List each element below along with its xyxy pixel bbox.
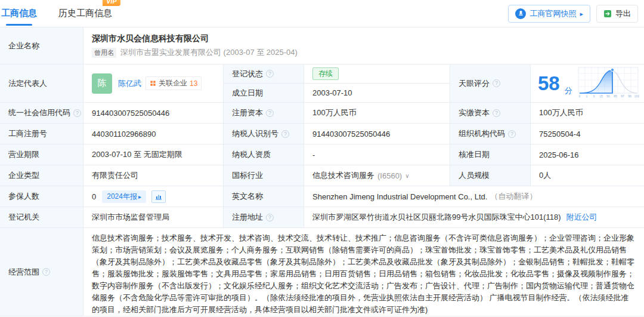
score-distribution-chart: 0 1 3 15 50 85 97 99 100 bbox=[577, 66, 639, 100]
related-companies-icon bbox=[150, 80, 156, 87]
scope-text: 信息技术咨询服务；技术服务、技术开发、技术咨询、技术交流、技术转让、技术推广；信… bbox=[83, 228, 644, 316]
legal-rep-cell: 陈 陈亿武 关联企业 13 bbox=[83, 64, 224, 103]
related-companies-badge[interactable]: 关联企业 13 bbox=[145, 76, 202, 90]
avatar[interactable]: 陈 bbox=[92, 73, 112, 94]
annual-report-label: 2024年报 bbox=[107, 192, 137, 202]
export-icon bbox=[603, 10, 612, 18]
scope-label: 经营范围 bbox=[8, 267, 39, 278]
help-icon[interactable] bbox=[73, 109, 81, 117]
paid-capital-label-cell: 实缴资本 bbox=[450, 103, 531, 124]
approve-date-label: 核准日期 bbox=[450, 144, 531, 165]
establish-date-label: 成立日期 bbox=[224, 84, 304, 103]
chevron-right-icon bbox=[580, 9, 583, 18]
company-name: 深圳市水贝会信息科技有限公司 bbox=[92, 33, 209, 44]
company-type-label: 企业类型 bbox=[0, 165, 83, 186]
establish-date-value: 2003-07-10 bbox=[304, 84, 450, 103]
taxpayer-no-value: 914403007525050446 bbox=[304, 124, 450, 144]
insured-trend-button[interactable] bbox=[151, 190, 166, 203]
svg-text:0: 0 bbox=[578, 94, 580, 98]
score-unit: 分 bbox=[565, 85, 572, 96]
svg-text:99: 99 bbox=[628, 94, 631, 98]
svg-text:1: 1 bbox=[586, 94, 587, 98]
taxpayer-quality-label: 纳税人资质 bbox=[224, 144, 304, 165]
score-label: 天眼评分 bbox=[459, 78, 490, 89]
reg-status-label-cell: 登记状态 bbox=[224, 64, 304, 84]
vip-badge: VIP bbox=[103, 0, 120, 6]
reg-capital-value: 100万人民币 bbox=[304, 103, 450, 124]
report-chart-icon bbox=[155, 193, 162, 200]
taxpayer-no-label: 纳税人识别号 bbox=[232, 128, 278, 139]
paid-capital-label: 实缴资本 bbox=[459, 107, 490, 118]
toolbar: 工商官网快照 导出 bbox=[508, 5, 638, 23]
reg-no-label: 工商注册号 bbox=[0, 124, 83, 144]
credit-code-value: 914403007525050446 bbox=[83, 103, 224, 124]
scope-label-cell: 经营范围 bbox=[0, 228, 83, 316]
auto-translate-note: （自动翻译） bbox=[490, 191, 537, 202]
english-name-cell: Shenzhen Jimeng Industrial Development C… bbox=[304, 186, 644, 207]
address-label: 注册地址 bbox=[232, 212, 263, 223]
insured-count-value: 0 bbox=[92, 192, 96, 201]
reg-capital-label-cell: 注册资本 bbox=[224, 103, 304, 124]
company-name-cell: 深圳市水贝会信息科技有限公司 曾用名 深圳市吉盟实业发展有限公司 (2003-0… bbox=[83, 27, 644, 64]
company-name-label: 企业名称 bbox=[0, 27, 83, 64]
chevron-down-icon[interactable] bbox=[405, 173, 409, 179]
industry-code: (I6560) bbox=[377, 171, 402, 180]
svg-text:15: 15 bbox=[599, 94, 603, 98]
help-icon[interactable] bbox=[266, 214, 274, 221]
former-name-line: 曾用名 深圳市吉盟实业发展有限公司 (2003-07 至 2025-04) bbox=[92, 47, 298, 58]
address-label-cell: 注册地址 bbox=[224, 207, 304, 228]
taxpayer-no-label-cell: 纳税人识别号 bbox=[224, 124, 304, 144]
reg-authority-value: 深圳市市场监督管理局 bbox=[83, 207, 224, 228]
reg-authority-label: 登记机关 bbox=[0, 207, 83, 228]
legal-rep-label: 法定代表人 bbox=[0, 64, 83, 103]
nearby-companies-link[interactable]: 附近公司 bbox=[566, 212, 597, 223]
annual-report-badge[interactable]: 2024年报 bbox=[102, 190, 146, 203]
related-companies-label: 关联企业 bbox=[159, 78, 187, 88]
help-icon[interactable] bbox=[266, 70, 274, 78]
business-info-table: 企业名称 深圳市水贝会信息科技有限公司 曾用名 深圳市吉盟实业发展有限公司 (2… bbox=[0, 27, 644, 316]
paid-capital-value: 100万人民币 bbox=[531, 103, 644, 124]
credit-code-label-cell: 统一社会信用代码 bbox=[0, 103, 83, 124]
org-code-label: 组织机构代码 bbox=[459, 128, 505, 139]
tab-bar: 工商信息 历史工商信息 VIP 工商官网快照 导出 bbox=[0, 0, 644, 27]
org-code-label-cell: 组织机构代码 bbox=[450, 124, 531, 144]
staff-size-label: 人员规模 bbox=[450, 165, 531, 186]
tab-business-info[interactable]: 工商信息 bbox=[1, 5, 37, 21]
former-name-badge: 曾用名 bbox=[92, 48, 116, 58]
related-companies-count: 13 bbox=[190, 79, 197, 88]
reg-no-value: 440301102966890 bbox=[83, 124, 224, 144]
biz-term-value: 2003-07-10 至 无固定期限 bbox=[83, 144, 224, 165]
insured-count-label: 参保人数 bbox=[0, 186, 83, 207]
svg-text:85: 85 bbox=[614, 94, 617, 98]
score-cell: 58 分 0 bbox=[531, 64, 644, 103]
staff-size-value: 0人 bbox=[531, 165, 644, 186]
help-icon[interactable] bbox=[493, 109, 500, 117]
export-label: 导出 bbox=[615, 8, 631, 19]
address-cell: 深圳市罗湖区翠竹街道水贝社区贝丽北路99号水贝国际珠宝中心101(118) 附近… bbox=[304, 207, 644, 228]
credit-code-label: 统一社会信用代码 bbox=[8, 107, 70, 118]
help-icon[interactable] bbox=[493, 79, 500, 87]
biz-term-label: 营业期限 bbox=[0, 144, 83, 165]
tab-history-business-info[interactable]: 历史工商信息 VIP bbox=[58, 5, 112, 21]
tab-history-label: 历史工商信息 bbox=[58, 8, 112, 18]
help-icon[interactable] bbox=[266, 109, 274, 117]
help-icon[interactable] bbox=[281, 130, 289, 138]
company-type-value: 有限责任公司 bbox=[83, 165, 224, 186]
export-button[interactable]: 导出 bbox=[596, 5, 638, 23]
legal-rep-name-link[interactable]: 陈亿武 bbox=[118, 78, 141, 89]
reg-capital-label: 注册资本 bbox=[232, 107, 263, 118]
official-snapshot-button[interactable]: 工商官网快照 bbox=[508, 5, 590, 23]
help-icon[interactable] bbox=[42, 268, 50, 276]
former-name: 深圳市吉盟实业发展有限公司 (2003-07 至 2025-04) bbox=[120, 47, 298, 58]
help-icon[interactable] bbox=[508, 130, 516, 138]
chevron-right-icon bbox=[137, 192, 141, 201]
svg-text:3: 3 bbox=[593, 94, 595, 98]
taxpayer-quality-value: - bbox=[304, 144, 450, 165]
reg-status-label: 登记状态 bbox=[232, 69, 263, 79]
address-value: 深圳市罗湖区翠竹街道水贝社区贝丽北路99号水贝国际珠宝中心101(118) bbox=[312, 212, 561, 223]
svg-text:50: 50 bbox=[606, 94, 610, 98]
svg-text:100: 100 bbox=[634, 94, 639, 98]
industry-cell: 信息技术咨询服务 (I6560) bbox=[304, 165, 450, 186]
approve-date-value: 2025-06-16 bbox=[531, 144, 644, 165]
svg-text:97: 97 bbox=[621, 94, 624, 98]
